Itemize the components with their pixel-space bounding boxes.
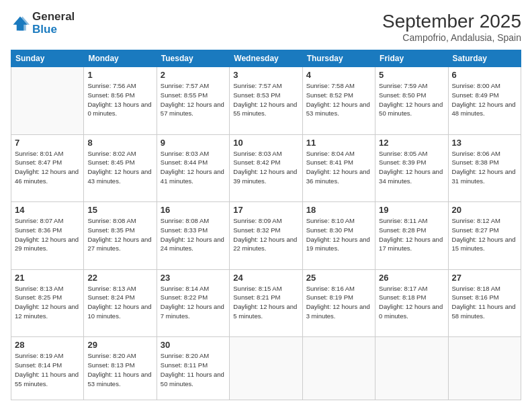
sunset-text: Sunset: 8:30 PM xyxy=(306,226,371,235)
day-info: Sunrise: 7:59 AMSunset: 8:50 PMDaylight:… xyxy=(379,81,444,118)
daylight-text: Daylight: 12 hours and xyxy=(161,235,226,244)
sunrise-text: Sunrise: 8:09 AM xyxy=(233,216,298,226)
calendar-cell xyxy=(448,337,521,400)
day-number: 11 xyxy=(306,138,371,148)
calendar-cell: 16Sunrise: 8:08 AMSunset: 8:33 PMDayligh… xyxy=(157,202,229,270)
daylight-text: Daylight: 12 hours and xyxy=(452,100,517,109)
calendar-cell: 15Sunrise: 8:08 AMSunset: 8:35 PMDayligh… xyxy=(84,202,157,270)
calendar-cell: 18Sunrise: 8:10 AMSunset: 8:30 PMDayligh… xyxy=(302,202,375,270)
calendar-cell: 5Sunrise: 7:59 AMSunset: 8:50 PMDaylight… xyxy=(375,67,448,135)
day-info: Sunrise: 8:00 AMSunset: 8:49 PMDaylight:… xyxy=(452,81,517,118)
daylight-text: Daylight: 12 hours and xyxy=(379,302,444,312)
day-number: 3 xyxy=(233,70,298,80)
daylight-text: Daylight: 12 hours and xyxy=(452,235,517,244)
daylight-text-2: 3 minutes. xyxy=(306,312,371,321)
daylight-text-2: 55 minutes. xyxy=(233,109,298,118)
daylight-text: Daylight: 12 hours and xyxy=(87,235,152,244)
daylight-text: Daylight: 12 hours and xyxy=(306,235,371,244)
sunset-text: Sunset: 8:14 PM xyxy=(15,361,80,370)
daylight-text-2: 22 minutes. xyxy=(233,244,298,253)
daylight-text-2: 53 minutes. xyxy=(306,109,371,118)
sunset-text: Sunset: 8:50 PM xyxy=(379,91,444,100)
daylight-text: Daylight: 11 hours and xyxy=(15,370,80,379)
sunrise-text: Sunrise: 8:04 AM xyxy=(306,149,371,158)
sunset-text: Sunset: 8:27 PM xyxy=(452,226,517,235)
daylight-text: Daylight: 12 hours and xyxy=(15,167,80,177)
daylight-text-2: 57 minutes. xyxy=(161,109,226,118)
calendar-cell: 10Sunrise: 8:03 AMSunset: 8:42 PMDayligh… xyxy=(230,134,302,202)
calendar-cell: 22Sunrise: 8:13 AMSunset: 8:24 PMDayligh… xyxy=(84,269,157,337)
day-info: Sunrise: 8:08 AMSunset: 8:35 PMDaylight:… xyxy=(87,216,152,253)
sunrise-text: Sunrise: 8:01 AM xyxy=(15,149,80,158)
sunrise-text: Sunrise: 8:11 AM xyxy=(379,216,444,226)
daylight-text-2: 36 minutes. xyxy=(306,177,371,186)
day-number: 9 xyxy=(161,138,226,148)
daylight-text-2: 46 minutes. xyxy=(15,177,80,186)
day-info: Sunrise: 8:08 AMSunset: 8:33 PMDaylight:… xyxy=(161,216,226,253)
col-thursday: Thursday xyxy=(302,50,375,67)
day-number: 23 xyxy=(161,273,226,283)
sunset-text: Sunset: 8:39 PM xyxy=(379,158,444,167)
day-number: 1 xyxy=(87,70,152,80)
sunrise-text: Sunrise: 8:13 AM xyxy=(87,284,152,293)
sunrise-text: Sunrise: 8:05 AM xyxy=(379,149,444,158)
sunset-text: Sunset: 8:55 PM xyxy=(161,91,226,100)
daylight-text: Daylight: 11 hours and xyxy=(452,302,517,312)
calendar-cell: 6Sunrise: 8:00 AMSunset: 8:49 PMDaylight… xyxy=(448,67,521,135)
sunset-text: Sunset: 8:32 PM xyxy=(233,226,298,235)
calendar-cell xyxy=(302,337,375,400)
calendar-cell: 23Sunrise: 8:14 AMSunset: 8:22 PMDayligh… xyxy=(157,269,229,337)
day-number: 16 xyxy=(161,205,226,215)
daylight-text-2: 12 minutes. xyxy=(15,312,80,321)
daylight-text-2: 53 minutes. xyxy=(87,379,152,389)
sunset-text: Sunset: 8:28 PM xyxy=(379,226,444,235)
day-number: 15 xyxy=(87,205,152,215)
daylight-text-2: 41 minutes. xyxy=(161,177,226,186)
day-info: Sunrise: 8:07 AMSunset: 8:36 PMDaylight:… xyxy=(15,216,80,253)
sunset-text: Sunset: 8:22 PM xyxy=(161,293,226,302)
col-wednesday: Wednesday xyxy=(230,50,302,67)
calendar-cell xyxy=(375,337,448,400)
daylight-text: Daylight: 12 hours and xyxy=(15,302,80,312)
sunrise-text: Sunrise: 8:20 AM xyxy=(87,351,152,361)
col-saturday: Saturday xyxy=(448,50,521,67)
header-row: Sunday Monday Tuesday Wednesday Thursday… xyxy=(11,50,521,67)
daylight-text-2: 7 minutes. xyxy=(161,312,226,321)
day-number: 18 xyxy=(306,205,371,215)
day-info: Sunrise: 8:04 AMSunset: 8:41 PMDaylight:… xyxy=(306,149,371,186)
day-info: Sunrise: 8:06 AMSunset: 8:38 PMDaylight:… xyxy=(452,149,517,186)
calendar-cell: 27Sunrise: 8:18 AMSunset: 8:16 PMDayligh… xyxy=(448,269,521,337)
week-row-3: 14Sunrise: 8:07 AMSunset: 8:36 PMDayligh… xyxy=(11,202,521,270)
day-info: Sunrise: 8:05 AMSunset: 8:39 PMDaylight:… xyxy=(379,149,444,186)
sunrise-text: Sunrise: 8:00 AM xyxy=(452,81,517,91)
week-row-1: 1Sunrise: 7:56 AMSunset: 8:56 PMDaylight… xyxy=(11,67,521,135)
daylight-text-2: 5 minutes. xyxy=(233,312,298,321)
sunset-text: Sunset: 8:41 PM xyxy=(306,158,371,167)
page: General Blue September 2025 Campofrio, A… xyxy=(0,0,532,411)
calendar-cell: 8Sunrise: 8:02 AMSunset: 8:45 PMDaylight… xyxy=(84,134,157,202)
day-number: 22 xyxy=(87,273,152,283)
day-info: Sunrise: 8:03 AMSunset: 8:42 PMDaylight:… xyxy=(233,149,298,186)
sunrise-text: Sunrise: 8:10 AM xyxy=(306,216,371,226)
daylight-text-2: 50 minutes. xyxy=(161,379,226,389)
day-info: Sunrise: 8:14 AMSunset: 8:22 PMDaylight:… xyxy=(161,284,226,321)
day-number: 21 xyxy=(15,273,80,283)
calendar-cell: 17Sunrise: 8:09 AMSunset: 8:32 PMDayligh… xyxy=(230,202,302,270)
sunset-text: Sunset: 8:24 PM xyxy=(87,293,152,302)
day-number: 29 xyxy=(87,340,152,350)
day-info: Sunrise: 8:15 AMSunset: 8:21 PMDaylight:… xyxy=(233,284,298,321)
daylight-text: Daylight: 12 hours and xyxy=(161,100,226,109)
sunrise-text: Sunrise: 8:19 AM xyxy=(15,351,80,361)
sunset-text: Sunset: 8:19 PM xyxy=(306,293,371,302)
daylight-text-2: 48 minutes. xyxy=(452,109,517,118)
daylight-text: Daylight: 12 hours and xyxy=(379,235,444,244)
calendar-cell: 14Sunrise: 8:07 AMSunset: 8:36 PMDayligh… xyxy=(11,202,84,270)
day-info: Sunrise: 8:18 AMSunset: 8:16 PMDaylight:… xyxy=(452,284,517,321)
calendar-cell: 1Sunrise: 7:56 AMSunset: 8:56 PMDaylight… xyxy=(84,67,157,135)
day-info: Sunrise: 8:20 AMSunset: 8:11 PMDaylight:… xyxy=(161,351,226,388)
sunrise-text: Sunrise: 8:13 AM xyxy=(15,284,80,293)
calendar-table: Sunday Monday Tuesday Wednesday Thursday… xyxy=(11,50,521,400)
calendar-cell: 30Sunrise: 8:20 AMSunset: 8:11 PMDayligh… xyxy=(157,337,229,400)
day-info: Sunrise: 8:03 AMSunset: 8:44 PMDaylight:… xyxy=(161,149,226,186)
calendar-cell: 7Sunrise: 8:01 AMSunset: 8:47 PMDaylight… xyxy=(11,134,84,202)
